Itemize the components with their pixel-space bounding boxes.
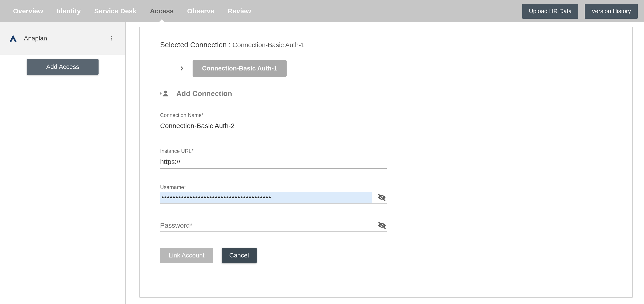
svg-point-2 (111, 40, 112, 40)
kebab-menu-icon[interactable] (109, 36, 117, 41)
svg-point-1 (111, 38, 112, 39)
main-split: Anaplan Add Access Selected Connection :… (0, 22, 644, 304)
selected-connection-value: Connection-Basic Auth-1 (232, 41, 304, 49)
password-input[interactable] (160, 219, 372, 231)
link-account-button[interactable]: Link Account (160, 248, 213, 263)
connection-name-label: Connection Name* (160, 112, 387, 118)
nav-tabs: Overview Identity Service Desk Access Ob… (6, 0, 258, 22)
svg-point-0 (111, 36, 112, 37)
top-navbar: Overview Identity Service Desk Access Ob… (0, 0, 644, 22)
connection-name-input[interactable] (160, 120, 387, 132)
cancel-button[interactable]: Cancel (222, 248, 256, 263)
add-person-icon (160, 89, 169, 98)
password-field (160, 219, 387, 232)
tab-overview[interactable]: Overview (6, 0, 50, 22)
instance-url-input[interactable] (160, 156, 387, 169)
add-connection-row[interactable]: Add Connection (160, 89, 612, 98)
connection-pill[interactable]: Connection-Basic Auth-1 (192, 60, 286, 77)
add-access-button[interactable]: Add Access (27, 59, 98, 75)
sidebar: Anaplan Add Access (0, 22, 126, 304)
tab-observe[interactable]: Observe (180, 0, 221, 22)
instance-url-field: Instance URL* (160, 148, 387, 169)
svg-rect-6 (160, 93, 162, 93)
selected-connection-label: Selected Connection : (160, 41, 231, 49)
chevron-right-icon[interactable] (178, 64, 186, 73)
form-button-row: Link Account Cancel (160, 248, 612, 263)
username-label: Username* (160, 184, 387, 190)
sidebar-app-row[interactable]: Anaplan (0, 22, 125, 55)
tab-identity[interactable]: Identity (50, 0, 88, 22)
version-history-button[interactable]: Version History (585, 4, 638, 19)
toggle-username-visibility-icon[interactable] (377, 192, 387, 202)
tab-access[interactable]: Access (143, 0, 180, 22)
tab-service-desk[interactable]: Service Desk (88, 0, 143, 22)
svg-point-3 (164, 91, 167, 93)
upload-hr-data-button[interactable]: Upload HR Data (522, 4, 578, 19)
connection-name-field: Connection Name* (160, 112, 387, 132)
content-area: Selected Connection : Connection-Basic A… (126, 22, 644, 304)
username-input[interactable] (160, 192, 372, 203)
add-connection-label: Add Connection (176, 89, 232, 98)
connection-panel: Selected Connection : Connection-Basic A… (139, 27, 633, 298)
toggle-password-visibility-icon[interactable] (378, 220, 387, 230)
sidebar-app-name: Anaplan (24, 35, 109, 42)
selected-connection-heading: Selected Connection : Connection-Basic A… (160, 41, 612, 49)
username-field: Username* (160, 184, 387, 204)
anaplan-logo-icon (8, 34, 18, 43)
tab-review[interactable]: Review (221, 0, 258, 22)
instance-url-label: Instance URL* (160, 148, 387, 154)
connection-breadcrumb: Connection-Basic Auth-1 (178, 60, 612, 77)
